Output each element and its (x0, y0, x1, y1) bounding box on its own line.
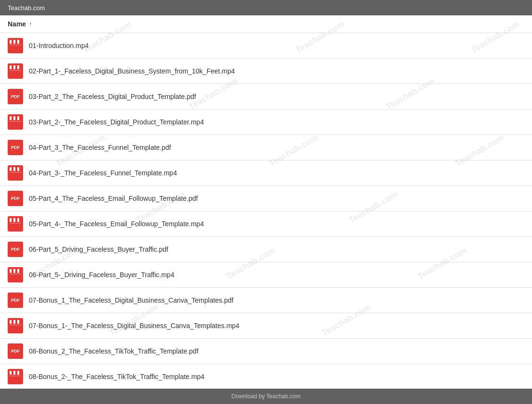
list-item[interactable]: PDF06-Part_5_Driving_Faceless_Buyer_Traf… (0, 237, 532, 262)
sort-icon[interactable]: ↑ (29, 21, 32, 27)
pdf-icon: PDF (8, 343, 23, 359)
pdf-icon: PDF (8, 242, 23, 257)
top-bar: Teachab.com (0, 0, 532, 15)
list-item[interactable]: 03-Part_2-_The_Faceless_Digital_Product_… (0, 110, 532, 135)
file-name-label: 05-Part_4-_The_Faceless_Email_Followup_T… (29, 220, 204, 228)
content-area: Name ↑ 01-Introduction.mp402-Part_1-_Fac… (0, 15, 532, 404)
file-name-label: 05-Part_4_The_Faceless_Email_Followup_Te… (29, 195, 198, 202)
file-name-label: 01-Introduction.mp4 (29, 42, 89, 49)
file-name-label: 03-Part_2-_The_Faceless_Digital_Product_… (29, 118, 204, 126)
file-name-label: 02-Part_1-_Faceless_Digital_Business_Sys… (29, 67, 235, 75)
file-list-header[interactable]: Name ↑ (0, 15, 532, 33)
file-name-label: 06-Part_5-_Driving_Faceless_Buyer_Traffi… (29, 271, 174, 279)
pdf-icon: PDF (8, 89, 23, 104)
list-item[interactable]: 08-Bonus_2-_The_Faceless_TikTok_Traffic_… (0, 364, 532, 390)
list-item[interactable]: 06-Part_5-_Driving_Faceless_Buyer_Traffi… (0, 262, 532, 288)
footer: Download by Teachab.com (0, 389, 532, 404)
list-item[interactable]: 07-Bonus_1-_The_Faceless_Digital_Busines… (0, 313, 532, 339)
list-item[interactable]: PDF04-Part_3_The_Faceless_Funnel_Templat… (0, 135, 532, 160)
mp4-icon (8, 267, 23, 282)
mp4-icon (8, 369, 23, 384)
file-name-label: 06-Part_5_Driving_Faceless_Buyer_Traffic… (29, 245, 168, 253)
list-item[interactable]: 02-Part_1-_Faceless_Digital_Business_Sys… (0, 59, 532, 84)
pdf-icon: PDF (8, 140, 23, 155)
list-item[interactable]: PDF05-Part_4_The_Faceless_Email_Followup… (0, 186, 532, 211)
list-item[interactable]: PDF08-Bonus_2_The_Faceless_TikTok_Traffi… (0, 339, 532, 364)
pdf-icon: PDF (8, 293, 23, 308)
list-item[interactable]: PDF07-Bonus_1_The_Faceless_Digital_Busin… (0, 288, 532, 313)
mp4-icon (8, 38, 23, 53)
mp4-icon (8, 114, 23, 130)
mp4-icon (8, 165, 23, 181)
list-item[interactable]: 04-Part_3-_The_Faceless_Funnel_Template.… (0, 160, 532, 186)
mp4-icon (8, 216, 23, 232)
mp4-icon (8, 63, 23, 79)
pdf-icon: PDF (8, 191, 23, 206)
list-item[interactable]: PDF03-Part_2_The_Faceless_Digital_Produc… (0, 84, 532, 110)
file-name-label: 08-Bonus_2_The_Faceless_TikTok_Traffic_T… (29, 347, 198, 355)
name-column-header: Name (8, 20, 26, 28)
file-name-label: 07-Bonus_1_The_Faceless_Digital_Business… (29, 296, 234, 304)
list-item[interactable]: 01-Introduction.mp4 (0, 33, 532, 59)
footer-text: Download by Teachab.com (232, 393, 301, 400)
file-name-label: 04-Part_3-_The_Faceless_Funnel_Template.… (29, 169, 177, 177)
file-name-label: 07-Bonus_1-_The_Faceless_Digital_Busines… (29, 322, 239, 330)
file-list: 01-Introduction.mp402-Part_1-_Faceless_D… (0, 33, 532, 404)
mp4-icon (8, 318, 23, 333)
file-name-label: 08-Bonus_2-_The_Faceless_TikTok_Traffic_… (29, 373, 204, 380)
site-title: Teachab.com (8, 4, 45, 12)
file-name-label: 04-Part_3_The_Faceless_Funnel_Template.p… (29, 144, 171, 151)
list-item[interactable]: 05-Part_4-_The_Faceless_Email_Followup_T… (0, 211, 532, 237)
file-name-label: 03-Part_2_The_Faceless_Digital_Product_T… (29, 93, 196, 100)
